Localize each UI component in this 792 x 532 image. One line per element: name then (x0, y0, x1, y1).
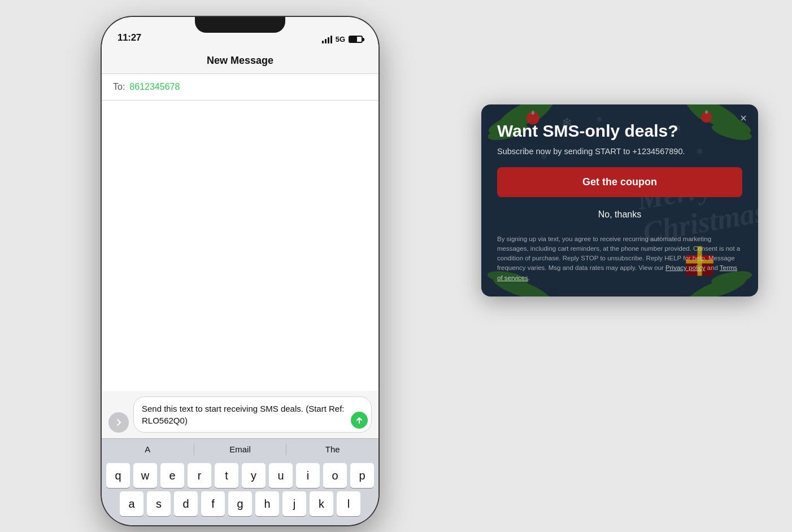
network-label: 5G (336, 35, 345, 43)
key-t[interactable]: t (215, 463, 238, 488)
legal-and: and (705, 264, 719, 271)
send-button[interactable] (351, 412, 368, 429)
get-coupon-button[interactable]: Get the coupon (497, 167, 742, 197)
key-d[interactable]: d (174, 491, 198, 516)
phone-screen: 11:27 5G New Message (102, 17, 378, 525)
popup-subtitle: Subscribe now by sending START to +12345… (497, 147, 742, 156)
key-e[interactable]: e (160, 463, 184, 488)
compose-text: Send this text to start receiving SMS de… (142, 404, 344, 425)
compose-wrapper: Send this text to start receiving SMS de… (133, 396, 372, 433)
signal-bars-icon (322, 36, 332, 43)
compose-area: Send this text to start receiving SMS de… (102, 391, 378, 438)
key-j[interactable]: j (282, 491, 306, 516)
key-g[interactable]: g (228, 491, 252, 516)
key-h[interactable]: h (255, 491, 279, 516)
popup-legal-text: By signing up via text, you agree to rec… (497, 234, 742, 283)
battery-icon (349, 36, 363, 43)
keyboard-row-2: a s d f g h j k l (104, 491, 376, 516)
compose-left-button[interactable] (108, 412, 129, 433)
key-y[interactable]: y (242, 463, 266, 488)
phone-mockup: 11:27 5G New Message (102, 17, 378, 525)
autocomplete-bar: A Email The (102, 438, 378, 460)
key-p[interactable]: p (350, 463, 374, 488)
key-f[interactable]: f (201, 491, 225, 516)
key-o[interactable]: o (323, 463, 347, 488)
battery-fill (350, 37, 357, 42)
key-i[interactable]: i (296, 463, 320, 488)
send-icon (355, 416, 363, 424)
compose-row: Send this text to start receiving SMS de… (108, 396, 372, 433)
phone-notch (195, 17, 285, 33)
key-l[interactable]: l (337, 491, 360, 516)
svg-rect-19 (705, 111, 708, 114)
keyboard: q w e r t y u i o p a s d f g h (102, 460, 378, 525)
legal-end: . (528, 274, 530, 281)
status-icons: 5G (322, 35, 363, 43)
svg-rect-17 (532, 111, 534, 114)
autocomplete-a[interactable]: A (102, 443, 194, 455)
status-time: 11:27 (118, 32, 141, 43)
to-label: To: (113, 82, 125, 92)
popup-background: ❄ ❄ ❄ ❄ ❄ MerryChristmas × Want SMS-only… (481, 104, 758, 296)
chevron-right-icon (114, 418, 123, 427)
sms-popup-card: ❄ ❄ ❄ ❄ ❄ MerryChristmas × Want SMS-only… (481, 104, 758, 296)
key-r[interactable]: r (188, 463, 211, 488)
autocomplete-the[interactable]: The (286, 443, 378, 455)
to-number: 8612345678 (129, 82, 180, 92)
messages-header: New Message (102, 48, 378, 74)
key-w[interactable]: w (133, 463, 157, 488)
keyboard-row-1: q w e r t y u i o p (104, 463, 376, 488)
key-s[interactable]: s (147, 491, 171, 516)
to-field: To: 8612345678 (102, 74, 378, 101)
close-button[interactable]: × (737, 111, 750, 125)
key-q[interactable]: q (106, 463, 130, 488)
messages-title: New Message (207, 55, 273, 66)
key-k[interactable]: k (310, 491, 333, 516)
no-thanks-button[interactable]: No, thanks (497, 205, 742, 224)
compose-input[interactable]: Send this text to start receiving SMS de… (133, 396, 372, 433)
message-body (102, 101, 378, 391)
popup-title: Want SMS-only deals? (497, 121, 742, 141)
key-a[interactable]: a (120, 491, 143, 516)
phone-shell: 11:27 5G New Message (102, 17, 378, 525)
privacy-policy-link[interactable]: Privacy policy (665, 264, 705, 271)
autocomplete-email[interactable]: Email (194, 443, 287, 455)
key-u[interactable]: u (269, 463, 293, 488)
